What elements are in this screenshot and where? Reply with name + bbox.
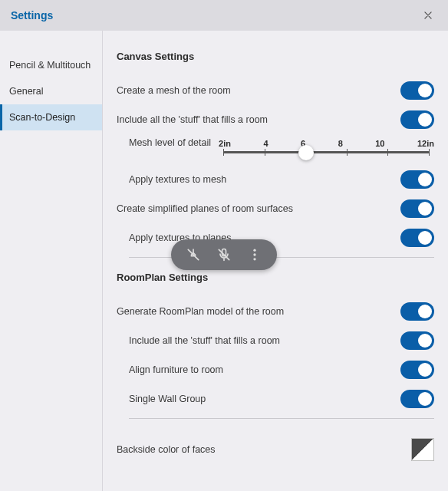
tick-label: 12in (417, 139, 434, 148)
include-stuff-canvas-toggle[interactable] (400, 110, 434, 129)
more-vertical-icon[interactable] (246, 246, 263, 263)
close-button[interactable] (419, 6, 437, 25)
slider-tick-labels: 2in 4 6 8 10 12in (219, 139, 434, 148)
single-wall-group-toggle[interactable] (400, 390, 434, 408)
mesh-detail-label: Mesh level of detail (117, 137, 219, 148)
generate-roomplan-label: Generate RoomPlan model of the room (117, 306, 400, 317)
sidebar-item-pencil-multitouch[interactable]: Pencil & Multitouch (0, 52, 102, 78)
tick-label: 2in (219, 139, 231, 148)
include-stuff-roomplan-label: Include all the 'stuff' that fills a roo… (129, 335, 400, 346)
apply-textures-mesh-toggle[interactable] (400, 170, 434, 189)
canvas-settings-title: Canvas Settings (117, 51, 434, 62)
generate-roomplan-row: Generate RoomPlan model of the room (117, 297, 434, 326)
settings-window: Settings Pencil & Multitouch General Sca… (0, 0, 448, 491)
mesh-detail-slider[interactable]: 2in 4 6 8 10 12in (219, 137, 434, 153)
system-overlay-pill[interactable] (171, 239, 277, 270)
include-stuff-roomplan-row: Include all the 'stuff' that fills a roo… (117, 326, 434, 355)
window-title: Settings (11, 9, 53, 21)
tick-label: 10 (375, 139, 384, 148)
slider-thumb[interactable] (298, 145, 314, 160)
pin-off-icon[interactable] (185, 246, 202, 263)
sidebar-item-scan-to-design[interactable]: Scan-to-Design (0, 104, 102, 130)
close-icon (423, 10, 433, 21)
align-furniture-row: Align furniture to room (117, 355, 434, 384)
include-stuff-roomplan-toggle[interactable] (400, 331, 434, 350)
include-stuff-canvas-row: Include all the 'stuff' that fills a roo… (117, 105, 434, 134)
roomplan-settings-title: RoomPlan Settings (117, 272, 434, 283)
svg-point-1 (253, 249, 255, 252)
single-wall-group-row: Single Wall Group (117, 384, 434, 414)
mesh-detail-row: Mesh level of detail 2in 4 6 8 10 12in (117, 134, 434, 159)
tick-label: 8 (338, 139, 343, 148)
divider (129, 418, 434, 419)
tick-label: 4 (263, 139, 268, 148)
slider-tick-marks (223, 149, 430, 156)
slider-track[interactable] (223, 151, 430, 153)
align-furniture-toggle[interactable] (400, 361, 434, 379)
svg-point-3 (253, 258, 255, 260)
svg-point-2 (253, 253, 255, 255)
create-planes-toggle[interactable] (400, 199, 434, 218)
generate-roomplan-toggle[interactable] (400, 302, 434, 321)
apply-textures-planes-toggle[interactable] (400, 229, 434, 247)
backside-color-row: Backside color of faces (117, 433, 434, 466)
create-planes-label: Create simplified planes of room surface… (117, 203, 400, 214)
backside-color-label: Backside color of faces (117, 444, 411, 455)
backside-color-swatch[interactable] (411, 438, 434, 461)
sidebar-item-general[interactable]: General (0, 78, 102, 104)
apply-textures-mesh-row: Apply textures to mesh (117, 165, 434, 194)
single-wall-group-label: Single Wall Group (129, 394, 400, 404)
create-mesh-label: Create a mesh of the room (117, 85, 400, 96)
sidebar: Pencil & Multitouch General Scan-to-Desi… (0, 31, 103, 491)
create-mesh-row: Create a mesh of the room (117, 76, 434, 105)
align-furniture-label: Align furniture to room (129, 364, 400, 375)
create-mesh-toggle[interactable] (400, 81, 434, 100)
create-planes-row: Create simplified planes of room surface… (117, 194, 434, 223)
include-stuff-canvas-label: Include all the 'stuff' that fills a roo… (117, 114, 400, 125)
titlebar: Settings (0, 0, 448, 31)
apply-textures-mesh-label: Apply textures to mesh (129, 174, 400, 185)
mic-off-icon[interactable] (216, 246, 232, 263)
